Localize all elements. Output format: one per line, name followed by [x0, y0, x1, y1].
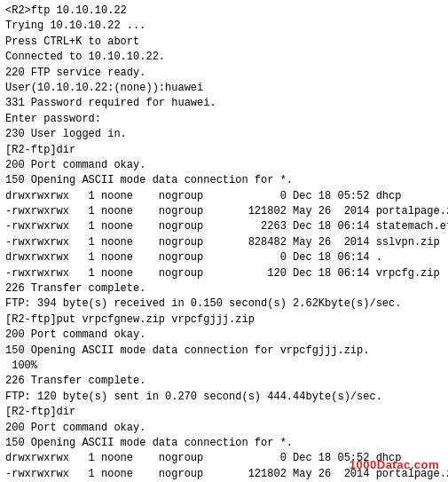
terminal-line: [R2-ftp]dir [5, 405, 443, 420]
terminal-line: 200 Port command okay. [5, 158, 443, 173]
terminal-line: FTP: 394 byte(s) received in 0.150 secon… [5, 296, 443, 312]
terminal-line: -rwxrwxrwx 1 noone nogroup 828482 May 26… [5, 235, 443, 250]
terminal-line: 150 Opening ASCII mode data connection f… [5, 344, 443, 359]
terminal-line: 200 Port command okay. [5, 328, 443, 343]
terminal-line: [R2-ftp]dir [5, 143, 443, 158]
terminal-line: 150 Opening ASCII mode data connection f… [5, 436, 443, 451]
terminal-line: 226 Transfer complete. [5, 281, 443, 296]
terminal-line: 100% [5, 359, 443, 374]
terminal-window: <R2>ftp 10.10.10.22Trying 10.10.10.22 ..… [0, 0, 448, 482]
terminal-line: FTP: 120 byte(s) sent in 0.270 second(s)… [5, 390, 443, 405]
terminal-line: Enter password: [5, 112, 443, 127]
terminal-line: Press CTRL+K to abort [5, 35, 443, 50]
terminal-line: 150 Opening ASCII mode data connection f… [5, 173, 443, 188]
terminal-line: 220 FTP service ready. [5, 66, 443, 81]
terminal-line: Trying 10.10.10.22 ... [5, 19, 443, 34]
terminal-line: 331 Password required for huawei. [5, 96, 443, 111]
terminal-line: 230 User logged in. [5, 127, 443, 142]
terminal-line: User(10.10.10.22:(none)):huawei [5, 81, 443, 96]
terminal-line: drwxrwxrwx 1 noone nogroup 0 Dec 18 06:1… [5, 250, 443, 265]
terminal-line: 226 Transfer complete. [5, 374, 443, 389]
terminal-line: -rwxrwxrwx 1 noone nogroup 121802 May 26… [5, 204, 443, 219]
terminal-line: -rwxrwxrwx 1 noone nogroup 120 Dec 18 06… [5, 266, 443, 281]
terminal-line: drwxrwxrwx 1 noone nogroup 0 Dec 18 05:5… [5, 189, 443, 204]
terminal-line: [R2-ftp]put vrpcfgnew.zip vrpcfgjjj.zip [5, 312, 443, 328]
terminal-line: -rwxrwxrwx 1 noone nogroup 2263 Dec 18 0… [5, 219, 443, 234]
terminal-line: <R2>ftp 10.10.10.22 [5, 4, 443, 19]
terminal-line: 200 Port command okay. [5, 421, 443, 436]
watermark: 1000Datac.com [350, 458, 439, 471]
terminal-line: Connected to 10.10.10.22. [5, 50, 443, 65]
